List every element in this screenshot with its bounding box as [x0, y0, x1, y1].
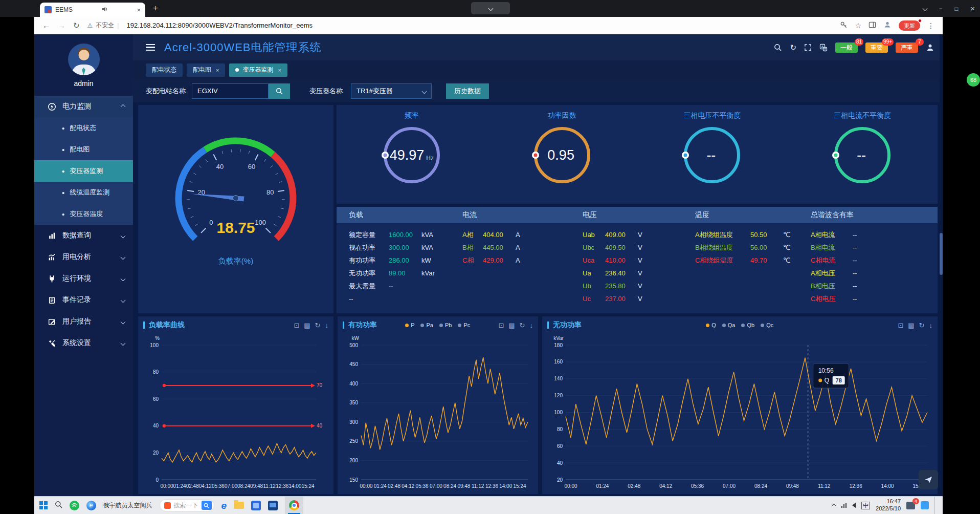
alarm-badge-important[interactable]: 重要99+ [865, 42, 888, 53]
toolbox-magictype-icon[interactable]: ▤ [508, 322, 515, 329]
key-icon[interactable] [840, 21, 848, 30]
sidebar-subitem-label: 线缆温度监测 [70, 188, 109, 197]
toolbox-save-image-icon[interactable]: ↓ [929, 322, 933, 329]
spotify-icon[interactable] [70, 501, 79, 510]
sidebar-item[interactable]: 数据查询 [34, 225, 133, 246]
forward-icon[interactable]: → [58, 21, 65, 30]
toolbox-restore-icon[interactable]: ↻ [520, 322, 525, 329]
toolbox-dataview-icon[interactable]: ⊡ [898, 322, 903, 329]
legend-item[interactable]: P [405, 322, 414, 328]
security-indicator[interactable]: ⚠ 不安全 | [87, 21, 119, 30]
legend-item[interactable]: Pc [458, 322, 470, 328]
sidebar-subitem[interactable]: •变压器监测 [34, 160, 133, 182]
toolbox-save-image-icon[interactable]: ↓ [325, 322, 329, 329]
tab-chip-distribution-status[interactable]: 配电状态 [146, 63, 183, 77]
tray-expand-icon[interactable] [831, 504, 836, 509]
news-widget-icon[interactable]: e [86, 501, 96, 510]
tab-chip-distribution-diagram[interactable]: 配电图× [187, 63, 225, 77]
chrome-taskbar-button[interactable] [285, 497, 303, 514]
tab-chip-transformer-monitor[interactable]: 变压器监测× [229, 63, 287, 77]
app-icon[interactable] [251, 501, 261, 510]
reload-icon[interactable]: ↻ [73, 21, 80, 30]
taskbar-search-icon[interactable] [55, 501, 62, 510]
network-icon[interactable] [841, 503, 847, 508]
toolbox-restore-icon[interactable]: ↻ [315, 322, 321, 329]
legend-item[interactable]: Qc [761, 322, 773, 328]
chat-float-button[interactable] [919, 470, 938, 489]
notification-icon[interactable]: 4 [906, 502, 915, 509]
sidebar-subitem[interactable]: •变压器温度 [34, 203, 133, 225]
toolbox-restore-icon[interactable]: ↻ [919, 322, 925, 329]
ime-indicator[interactable]: 中 [861, 502, 870, 509]
tab-close-icon[interactable]: × [137, 6, 141, 14]
legend-item[interactable]: Pa [420, 322, 433, 328]
scrollbar-thumb[interactable] [940, 233, 943, 275]
svg-text:12:36: 12:36 [276, 483, 288, 489]
internet-explorer-icon[interactable]: e [221, 501, 227, 510]
toolbox-magictype-icon[interactable]: ▤ [304, 322, 310, 329]
tab-search-chevron-icon[interactable] [922, 6, 927, 11]
app-icon[interactable] [268, 501, 278, 510]
station-search-button[interactable] [269, 83, 290, 99]
toolbox-magictype-icon[interactable]: ▤ [908, 322, 914, 329]
new-tab-button[interactable]: + [153, 3, 158, 13]
table-row: A相电压-- [811, 267, 938, 280]
volume-icon[interactable] [852, 503, 856, 508]
url-text[interactable]: 192.168.204.112:8090/3000WEBV2/Transform… [126, 22, 313, 29]
close-button[interactable]: × [970, 4, 975, 13]
side-panel-icon[interactable] [868, 21, 876, 30]
sidebar-item[interactable]: 电力监测 [34, 96, 133, 117]
update-button[interactable]: 更新 [899, 20, 920, 31]
svg-text:0: 0 [209, 219, 213, 226]
back-icon[interactable]: ← [42, 21, 50, 30]
recording-overlay-dropdown[interactable] [471, 2, 510, 14]
audio-playing-icon[interactable] [102, 6, 108, 14]
search-icon[interactable] [774, 44, 782, 52]
legend-item[interactable]: Qb [741, 322, 754, 328]
scrollbar-track[interactable] [940, 34, 943, 496]
start-button[interactable] [39, 501, 48, 509]
sidebar-item[interactable]: 系统设置 [34, 332, 133, 354]
sidebar-item[interactable]: 事件记录 [34, 289, 133, 311]
sidebar-subitem[interactable]: •线缆温度监测 [34, 182, 133, 203]
file-explorer-icon[interactable] [234, 502, 244, 509]
minimize-button[interactable]: − [939, 5, 943, 12]
sidebar-item[interactable]: 用户报告 [34, 311, 133, 332]
sidebar-item[interactable]: 运行环境 [34, 268, 133, 289]
alarm-badge-normal[interactable]: 一般81 [835, 42, 858, 53]
taskbar-search-widget[interactable]: 搜索一下 [160, 499, 214, 511]
close-icon[interactable]: × [216, 67, 219, 73]
profile-avatar-icon[interactable] [883, 20, 892, 30]
browser-menu-icon[interactable]: ⋮ [927, 22, 934, 30]
news-widget-text[interactable]: 俄宇航员太空阅兵 [103, 501, 152, 510]
translate-icon[interactable]: A文 [819, 44, 828, 52]
sidebar-subitem[interactable]: •配电状态 [34, 117, 133, 139]
sidebar-item[interactable]: 用电分析 [34, 246, 133, 268]
close-icon[interactable]: × [278, 67, 281, 73]
toolbox-dataview-icon[interactable]: ⊡ [498, 322, 504, 329]
show-desktop-button[interactable] [934, 497, 937, 514]
toolbox-dataview-icon[interactable]: ⊡ [294, 322, 299, 329]
browser-tab[interactable]: EEMS × [40, 3, 145, 17]
search-go-icon[interactable] [202, 501, 212, 510]
overlay-count-bubble[interactable]: 68 [967, 73, 980, 87]
chart-legend: PPaPbPc [381, 322, 494, 328]
station-input[interactable] [192, 83, 269, 99]
legend-item[interactable]: Pb [439, 322, 452, 328]
transformer-select[interactable]: TR1#变压器 [351, 83, 432, 99]
user-icon[interactable] [926, 43, 934, 52]
maximize-button[interactable]: □ [955, 6, 959, 12]
taskbar-clock[interactable]: 16:47 2022/5/10 [876, 498, 901, 512]
hamburger-menu-icon[interactable] [146, 44, 155, 51]
legend-item[interactable]: Qa [722, 322, 736, 328]
history-data-button[interactable]: 历史数据 [446, 83, 489, 99]
fullscreen-icon[interactable] [804, 44, 812, 51]
tray-app-icon[interactable] [921, 501, 929, 509]
toolbox-save-image-icon[interactable]: ↓ [530, 322, 533, 329]
sidebar-subitem[interactable]: •配电图 [34, 139, 133, 160]
refresh-icon[interactable]: ↻ [790, 43, 796, 52]
alarm-badge-critical[interactable]: 严重7 [896, 42, 918, 53]
sidebar-subitem-label: 配电图 [70, 145, 90, 154]
legend-item[interactable]: Q [706, 322, 716, 328]
bookmark-star-icon[interactable]: ☆ [855, 22, 861, 30]
